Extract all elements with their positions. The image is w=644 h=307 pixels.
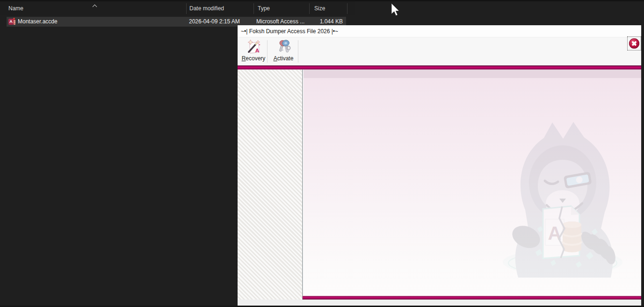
dialog-toolbar: A Recovery: [238, 37, 641, 65]
dialog-title: ~•| Foksh Dumper Access File 2026 |•~: [241, 28, 338, 35]
toolbar-divider: [267, 40, 268, 63]
content-top-band: [304, 70, 641, 78]
column-divider[interactable]: [253, 3, 254, 14]
close-icon: [629, 38, 639, 49]
recovery-button-label: Recovery: [242, 55, 266, 62]
activate-button-label: Activate: [274, 55, 294, 62]
toolbar-divider: [298, 40, 298, 63]
content-panel: A: [304, 70, 641, 300]
keys-icon: [276, 39, 291, 54]
dialog-statusbar: [238, 300, 641, 306]
activate-button[interactable]: Activate: [270, 39, 297, 64]
dialog-titlebar[interactable]: ~•| Foksh Dumper Access File 2026 |•~: [238, 25, 641, 37]
accent-bar-top: [238, 65, 641, 70]
dialog-body: A: [238, 70, 641, 300]
column-header-date-modified[interactable]: Date modified: [189, 1, 224, 15]
file-date-modified: 2026-04-09 2:15 AM: [189, 17, 240, 27]
recovery-button[interactable]: A Recovery: [241, 39, 266, 64]
accent-bar-bottom: [303, 296, 641, 300]
close-button[interactable]: [627, 36, 641, 50]
column-divider[interactable]: [309, 3, 310, 14]
access-file-icon: A: [8, 18, 15, 25]
foksh-dumper-dialog: ~•| Foksh Dumper Access File 2026 |•~ A …: [238, 25, 641, 306]
column-divider[interactable]: [186, 3, 187, 14]
mouse-cursor: [391, 3, 401, 17]
svg-text:A: A: [255, 47, 260, 53]
sidebar-panel[interactable]: [238, 70, 303, 300]
column-header-name[interactable]: Name: [8, 1, 23, 15]
desktop-screen: Name Date modified Type Size A Montaser.…: [0, 0, 644, 307]
magic-wand-icon: A: [246, 39, 261, 54]
column-divider[interactable]: [347, 3, 347, 14]
fox-mascot-watermark: A: [492, 116, 633, 278]
column-header-type[interactable]: Type: [258, 1, 270, 15]
explorer-column-header: Name Date modified Type Size: [0, 1, 355, 15]
chevron-up-icon[interactable]: [93, 4, 97, 8]
column-header-size[interactable]: Size: [314, 1, 325, 15]
file-name: Montaser.accde: [18, 17, 58, 27]
